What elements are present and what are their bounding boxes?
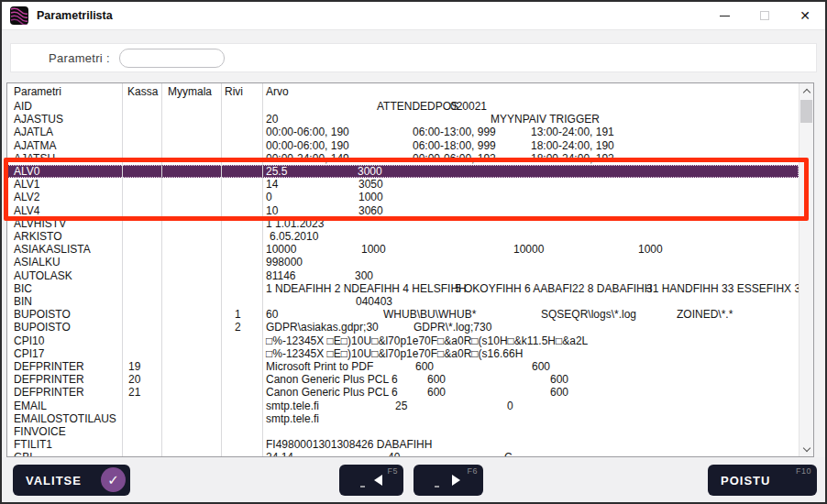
poistu-button[interactable]: POISTU F10 <box>708 465 817 496</box>
table-row-ajastus[interactable]: AJASTUS20MYYNPAIV TRIGGER <box>7 113 799 126</box>
cell-arvo-segment: MYYNPAIV TRIGGER <box>491 113 600 126</box>
table-row-aid[interactable]: AIDATTENDEDPOS020021 <box>7 100 799 113</box>
scroll-up-icon[interactable] <box>804 88 810 94</box>
cell-parametri: ALV4 <box>14 204 39 217</box>
cell-parametri: ALV2 <box>14 191 39 203</box>
minimize-button[interactable] <box>704 2 744 29</box>
cell-parametri: AJATMA <box>14 139 56 152</box>
cell-arvo-segment: □%-12345X □E□)10U□&l70p1e70F□&a0R□(s10H□… <box>266 334 588 347</box>
cell-arvo-segment: 18:00-24:00, 190 <box>531 139 614 152</box>
table-row-gbl[interactable]: GBL24.1440C <box>7 451 799 456</box>
f5-key-label: F5 <box>387 466 398 476</box>
parametri-input[interactable] <box>119 49 225 68</box>
column-header-myymala[interactable]: Myymala <box>168 85 212 98</box>
cell-arvo-segment: 1.01.2023 <box>275 217 324 230</box>
cell-parametri: FTILIT1 <box>14 438 52 451</box>
cell-arvo-segment: 600 <box>532 360 550 373</box>
table-row-asialku[interactable]: ASIALKU998000 <box>7 256 799 268</box>
table-row-email[interactable]: EMAILsmtp.tele.fi250 <box>7 400 799 412</box>
table-row-alv1[interactable]: ALV1143050 <box>7 178 799 191</box>
cell-parametri: FINVOICE <box>14 425 66 438</box>
table-row-emailostotilaus[interactable]: EMAILOSTOTILAUSsmtp.tele.fi <box>7 412 799 425</box>
table-row-cpi10[interactable]: CPI10□%-12345X □E□)10U□&l70p1e70F□&a0R□(… <box>7 334 799 347</box>
cell-kassa: 20 <box>128 373 140 386</box>
cell-arvo-segment: 00:00-06:00, 190 <box>266 139 349 152</box>
cell-parametri: ALV0 <box>14 165 39 178</box>
cell-arvo-segment: 24.14 <box>266 451 293 456</box>
cell-arvo-segment: 0 <box>266 191 272 203</box>
table-row-bupoisto[interactable]: BUPOISTO160WHUB\BU\WHUB*SQSEQR\logs\*.lo… <box>7 308 799 321</box>
cell-arvo-segment: 1000 <box>638 243 663 256</box>
cell-arvo-segment: 0 <box>507 400 513 412</box>
search-panel: Parametri : <box>10 43 817 72</box>
app-icon <box>10 6 28 25</box>
table-row-alv2[interactable]: ALV201000 <box>7 191 799 203</box>
parametrilista-window: Parametrilista ✕ Parametri : ParametriKa… <box>0 0 827 504</box>
maximize-button[interactable] <box>744 2 785 29</box>
next-button[interactable]: F6 <box>414 465 483 496</box>
cell-kassa: 19 <box>128 360 140 373</box>
table-row-ajatla[interactable]: AJATLA00:00-06:00, 19006:00-13:00, 99913… <box>7 126 799 138</box>
previous-button[interactable]: F5 <box>339 465 403 496</box>
column-header-parametri[interactable]: Parametri <box>14 85 61 98</box>
cell-arvo-segment: □%-12345X □E□)10U□&l70p1e70F□&a0R□(s16.6… <box>266 347 523 360</box>
close-button[interactable]: ✕ <box>785 2 825 29</box>
cell-arvo-segment: 18:00-24:00, 192 <box>531 152 614 165</box>
table-row-asiakaslista[interactable]: ASIAKASLISTA100001000100001000 <box>7 243 799 256</box>
table-row-ajatma[interactable]: AJATMA00:00-06:00, 19006:00-18:00, 99918… <box>7 139 799 152</box>
cell-arvo-segment: 20 <box>266 113 278 126</box>
column-header-kassa[interactable]: Kassa <box>127 85 158 98</box>
table-row-alv4[interactable]: ALV4103060 <box>7 204 799 217</box>
table-row-ajatsu[interactable]: AJATSU00:00-24:00, 14900:00-06:00, 19218… <box>7 152 799 165</box>
cell-arvo-segment: 998000 <box>266 256 303 268</box>
scroll-down-icon[interactable] <box>804 445 810 452</box>
cell-parametri: BUPOISTO <box>14 308 71 321</box>
table-row-defprinter[interactable]: DEFPRINTER19Microsoft Print to PDF600600 <box>7 360 799 373</box>
f10-key-label: F10 <box>796 466 811 476</box>
cell-arvo-segment: 1 NDEAFIHH 2 NDEAFIHH 4 HELSFIHH <box>266 282 467 295</box>
cell-parametri: GBL <box>14 451 36 456</box>
table-row-bic[interactable]: BIC1 NDEAFIHH 2 NDEAFIHH 4 HELSFIHH5 OKO… <box>7 282 799 295</box>
arrow-left-icon <box>374 475 382 486</box>
table-row-defprinter[interactable]: DEFPRINTER20Canon Generic Plus PCL 66006… <box>7 373 799 386</box>
column-header-rivi[interactable]: Rivi <box>225 85 243 98</box>
cell-parametri: AJASTUS <box>14 113 63 126</box>
cell-parametri: ASIALKU <box>14 256 61 268</box>
cell-arvo-segment: 81146 <box>266 269 295 282</box>
cell-arvo-segment: WHUB\BU\WHUB* <box>383 308 476 321</box>
table-row-ftilit1[interactable]: FTILIT1FI4980001301308426 DABAFIHH <box>7 438 799 451</box>
cell-parametri: ARKISTO <box>14 230 61 243</box>
cell-rivi: 2 <box>235 321 241 334</box>
cell-parametri: AJATSU <box>14 152 55 165</box>
table-row-defprinter[interactable]: DEFPRINTER21Canon Generic Plus PCL 66006… <box>7 386 799 399</box>
cell-arvo-segment: smtp.tele.fi <box>266 400 319 412</box>
cell-arvo-segment: 25 <box>395 400 407 412</box>
scrollbar-thumb[interactable] <box>800 100 812 123</box>
cell-kassa: 21 <box>128 386 140 399</box>
cell-arvo-segment: ATTENDEDPOS <box>377 100 458 113</box>
column-header-arvo[interactable]: Arvo <box>266 85 289 98</box>
valitse-button[interactable]: VALITSE ✓ <box>13 465 130 496</box>
cell-arvo-segment: C <box>504 451 513 456</box>
vertical-scrollbar[interactable] <box>799 83 813 456</box>
cell-parametri: AJATLA <box>14 126 53 138</box>
cell-arvo-segment: 040403 <box>356 295 392 308</box>
cell-arvo-segment: SQSEQR\logs\*.log <box>541 308 636 321</box>
cell-parametri: ASIAKASLISTA <box>14 243 91 256</box>
table-row-bin[interactable]: BIN040403 <box>7 295 799 308</box>
table-row-cpi17[interactable]: CPI17□%-12345X □E□)10U□&l70p1e70F□&a0R□(… <box>7 347 799 360</box>
table-row-finvoice[interactable]: FINVOICE <box>7 425 799 438</box>
cell-parametri: ALVHISTV <box>14 217 66 230</box>
cell-arvo-segment: 40 <box>388 451 400 456</box>
cell-arvo-segment: 00:00-06:00, 190 <box>266 126 349 138</box>
table-row-arkisto[interactable]: ARKISTO6.05.2010 <box>7 230 799 243</box>
table-row-bupoisto[interactable]: BUPOISTO2GDPR\asiakas.gdpr;30GDPR\*.log;… <box>7 321 799 334</box>
cell-arvo-segment: 3000 <box>358 165 382 178</box>
cell-arvo-segment: 1 <box>266 217 272 230</box>
table-row-autolask[interactable]: AUTOLASK81146300 <box>7 269 799 282</box>
table-row-alv0-selected[interactable]: ALV025.53000 <box>7 165 799 178</box>
window-title: Parametrilista <box>37 9 113 22</box>
table-row-alvhistv[interactable]: ALVHISTV11.01.2023 <box>7 217 799 230</box>
cell-parametri: BUPOISTO <box>14 321 71 334</box>
cell-parametri: BIN <box>14 295 32 308</box>
